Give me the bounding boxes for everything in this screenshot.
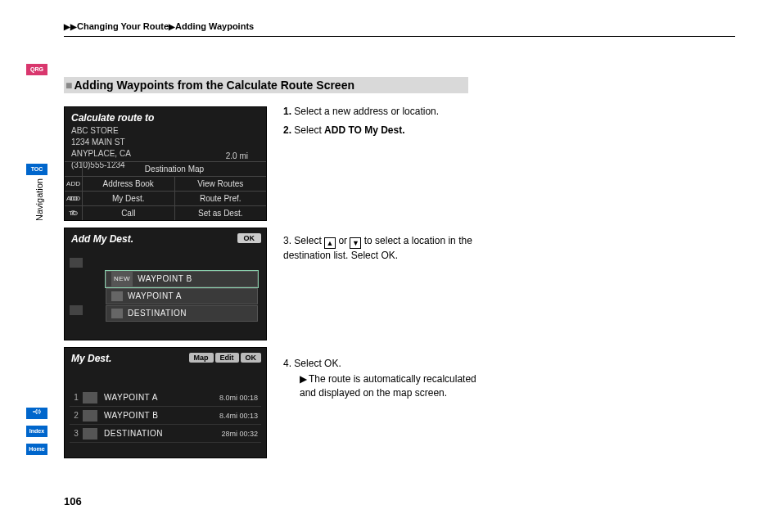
row-number: 1 xyxy=(70,393,83,402)
step-2: 2. Select ADD TO My Dest. xyxy=(283,124,483,138)
ok-button[interactable]: OK xyxy=(237,233,262,243)
step-text: Select xyxy=(294,358,324,369)
dest-name: WAYPOINT B xyxy=(104,411,219,420)
icon-cell: ADDTO xyxy=(65,192,83,205)
address-book-button[interactable]: Address Book xyxy=(83,177,175,191)
address-line: ABC STORE xyxy=(65,125,266,137)
step-text: . xyxy=(395,250,398,261)
page-number: 106 xyxy=(64,495,82,507)
up-arrow-icon[interactable] xyxy=(70,258,83,268)
up-key-icon: ▲ xyxy=(324,237,336,249)
dest-dist: 8.0mi 00:18 xyxy=(219,394,261,402)
flag-icon xyxy=(83,410,97,422)
tab-qrg[interactable]: QRG xyxy=(26,64,47,75)
dest-dist: 8.4mi 00:13 xyxy=(219,412,261,420)
triangle-icon: ▶ xyxy=(300,373,307,385)
side-tabs: QRG TOC Index Home xyxy=(26,64,49,182)
map-button[interactable]: Map xyxy=(189,353,214,363)
step-text: or xyxy=(336,235,350,246)
tab-toc[interactable]: TOC xyxy=(26,164,47,175)
distance-label: 2.0 mi xyxy=(226,151,248,160)
waypoint-label: WAYPOINT B xyxy=(138,271,192,287)
heading-text: Adding Waypoints from the Calculate Rout… xyxy=(74,79,354,92)
chevron-right-icon: ▶ xyxy=(169,22,175,31)
my-dest-button[interactable]: My Dest. xyxy=(83,192,175,205)
row-number: 3 xyxy=(70,429,83,438)
row-number: 2 xyxy=(70,411,83,420)
instruction-block: 1. Select a new address or location. 2. … xyxy=(283,105,483,142)
tab-home[interactable]: Home xyxy=(26,444,47,455)
screen-title: Calculate route to xyxy=(65,107,266,125)
list-item[interactable]: 1 WAYPOINT A 8.0mi 00:18 xyxy=(70,389,261,407)
ok-button[interactable]: OK xyxy=(241,353,262,363)
step-text: Select xyxy=(294,235,324,246)
waypoint-list: NEW WAYPOINT B WAYPOINT A DESTINATION xyxy=(106,271,258,322)
breadcrumb-item[interactable]: Changing Your Route xyxy=(77,21,169,31)
section-label: Navigation xyxy=(34,178,44,221)
list-item[interactable]: 2 WAYPOINT B 8.4mi 00:13 xyxy=(70,407,261,425)
scroll-arrows xyxy=(70,258,83,315)
dest-name: DESTINATION xyxy=(104,429,221,438)
screenshot-my-dest: My Dest. Map Edit OK 1 WAYPOINT A 8.0mi … xyxy=(64,347,267,458)
step-4: 4. Select OK. ▶The route is automaticall… xyxy=(283,357,483,400)
step-text: Select a new address or location. xyxy=(294,106,439,117)
flag-icon xyxy=(111,291,123,301)
flag-icon xyxy=(83,392,97,404)
step-text: Select xyxy=(294,124,324,136)
waypoint-label: WAYPOINT A xyxy=(128,288,182,304)
top-buttons: Map Edit OK xyxy=(189,353,262,363)
destination-list: 1 WAYPOINT A 8.0mi 00:18 2 WAYPOINT B 8.… xyxy=(70,389,261,443)
list-item[interactable]: 3 DESTINATION 28mi 00:32 xyxy=(70,425,261,443)
view-routes-button[interactable]: View Routes xyxy=(175,177,267,191)
breadcrumb: ▶▶Changing Your Route▶Adding Waypoints xyxy=(64,21,254,31)
target-icon xyxy=(83,428,97,440)
screenshot-column: Calculate route to ABC STORE 1234 MAIN S… xyxy=(64,106,267,465)
list-item[interactable]: NEW WAYPOINT B xyxy=(106,271,258,287)
step-1: 1. Select a new address or location. xyxy=(283,105,483,119)
ui-label: ADD TO My Dest. xyxy=(324,124,404,136)
ui-label: OK xyxy=(381,250,395,261)
screenshot-add-my-dest: Add My Dest. OK NEW WAYPOINT B WAYPOINT … xyxy=(64,228,267,340)
list-item[interactable]: WAYPOINT A xyxy=(106,288,258,304)
phone-icon: ✆ xyxy=(65,206,83,220)
step-text: . xyxy=(338,358,341,369)
tab-index[interactable]: Index xyxy=(26,426,47,437)
divider xyxy=(64,36,735,37)
call-button[interactable]: Call xyxy=(83,206,175,220)
target-icon xyxy=(111,309,123,318)
new-badge: NEW xyxy=(111,271,133,287)
edit-button[interactable]: Edit xyxy=(215,353,239,363)
tab-voice[interactable] xyxy=(26,408,47,419)
icon-cell: ADDTO xyxy=(65,177,83,191)
dest-name: WAYPOINT A xyxy=(104,393,219,402)
icon-cell xyxy=(65,162,83,176)
section-heading: ■ Adding Waypoints from the Calculate Ro… xyxy=(64,77,468,93)
square-icon: ■ xyxy=(65,79,72,92)
dest-map-button[interactable]: Destination Map xyxy=(83,162,266,176)
ui-label: OK xyxy=(324,358,338,369)
waypoint-label: DESTINATION xyxy=(128,305,187,322)
step-3: 3. Select ▲ or ▼ to select a location in… xyxy=(283,234,483,263)
dest-dist: 28mi 00:32 xyxy=(221,430,261,438)
step-substep: ▶The route is automatically recalculated… xyxy=(283,372,483,400)
screen-title: Add My Dest. xyxy=(65,228,266,246)
route-pref-button[interactable]: Route Pref. xyxy=(175,192,267,205)
set-as-dest-button[interactable]: Set as Dest. xyxy=(175,206,267,220)
list-item[interactable]: DESTINATION xyxy=(106,305,258,322)
screenshot-calculate-route: Calculate route to ABC STORE 1234 MAIN S… xyxy=(64,106,267,221)
substep-text: The route is automatically recalculated … xyxy=(300,373,476,399)
chevron-right-icon: ▶▶ xyxy=(64,22,77,31)
breadcrumb-item[interactable]: Adding Waypoints xyxy=(175,21,254,31)
address-line: 1234 MAIN ST xyxy=(65,137,266,148)
down-arrow-icon[interactable] xyxy=(70,305,83,315)
down-key-icon: ▼ xyxy=(350,237,361,249)
button-grid: Destination Map ADDTO Address Book View … xyxy=(65,161,266,220)
